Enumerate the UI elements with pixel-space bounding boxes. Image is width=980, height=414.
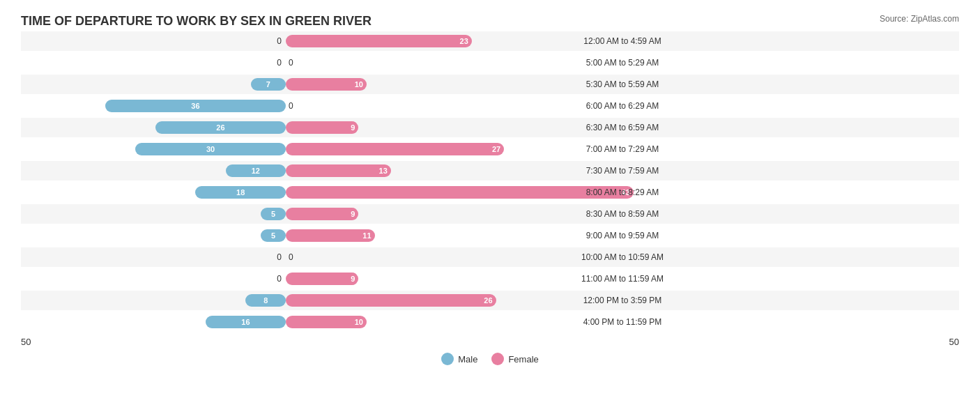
time-label: 11:00 AM to 11:59 AM	[286, 274, 959, 284]
source-label: Source: ZipAtlas.com	[880, 14, 959, 24]
female-bar: 43	[286, 186, 634, 199]
table-row: 005:00 AM to 5:29 AM	[21, 53, 959, 72]
legend-male-box	[441, 353, 454, 365]
female-value-inside: 23	[457, 37, 472, 45]
male-value-zero: 0	[277, 252, 282, 262]
female-value-inside: 27	[489, 145, 504, 153]
legend-male: Male	[441, 353, 477, 365]
female-value-inside: 26	[480, 296, 496, 305]
female-bar: 27	[286, 143, 504, 155]
male-value-inside: 5	[268, 210, 279, 218]
male-bar: 5	[261, 208, 286, 220]
table-row: 164:00 PM to 11:59 PM10	[21, 312, 959, 332]
female-bar: 26	[286, 294, 496, 307]
male-bar-container: 8	[21, 291, 286, 310]
table-row: 011:00 AM to 11:59 AM9	[21, 269, 959, 289]
male-value-zero: 0	[277, 274, 282, 284]
female-bar: 11	[286, 229, 375, 242]
female-bar: 9	[286, 208, 358, 220]
time-label: 9:00 AM to 9:59 AM	[286, 231, 959, 240]
table-row: 266:30 AM to 6:59 AM9	[21, 118, 959, 137]
female-value-inside: 13	[376, 167, 391, 175]
female-bar-container: 05:00 AM to 5:29 AM	[286, 53, 959, 72]
time-label: 5:30 AM to 5:59 AM	[286, 79, 959, 89]
female-bar-container: 9:00 AM to 9:59 AM11	[286, 226, 959, 245]
female-bar-container: 4:00 PM to 11:59 PM10	[286, 312, 959, 332]
female-bar: 9	[286, 273, 358, 285]
male-bar: 18	[195, 186, 286, 199]
male-bar: 5	[261, 229, 286, 242]
time-label: 5:00 AM to 5:29 AM	[286, 58, 959, 68]
male-bar-container: 5	[21, 204, 286, 224]
table-row: 75:30 AM to 5:59 AM10	[21, 75, 959, 94]
legend-male-label: Male	[458, 354, 477, 365]
female-value-zero: 0	[289, 101, 293, 111]
female-bar-container: 11:00 AM to 11:59 AM9	[286, 269, 959, 289]
female-value-inside: 9	[347, 123, 358, 132]
male-bar-container: 18	[21, 183, 286, 202]
time-label: 4:00 PM to 11:59 PM	[286, 317, 959, 327]
female-value-zero: 0	[289, 252, 293, 262]
male-bar-container: 26	[21, 118, 286, 137]
female-bar-container: 6:30 AM to 6:59 AM9	[286, 118, 959, 137]
legend-female: Female	[491, 353, 538, 365]
time-label: 6:30 AM to 6:59 AM	[286, 123, 959, 132]
male-value-inside: 26	[213, 123, 228, 132]
male-value-zero: 0	[277, 58, 282, 68]
female-bar: 13	[286, 164, 391, 177]
bars-container: 012:00 AM to 4:59 AM23005:00 AM to 5:29 …	[21, 31, 959, 334]
time-label: 6:00 AM to 6:29 AM	[286, 101, 959, 111]
male-bar-container: 7	[21, 75, 286, 94]
female-bar: 10	[286, 316, 367, 328]
male-value-inside: 7	[263, 80, 274, 89]
time-label: 8:30 AM to 8:59 AM	[286, 209, 959, 219]
table-row: 3606:00 AM to 6:29 AM	[21, 96, 959, 116]
female-bar-container: 5:30 AM to 5:59 AM10	[286, 75, 959, 94]
female-bar-container: 8:30 AM to 8:59 AM9	[286, 204, 959, 224]
male-bar-container: 0	[21, 269, 286, 289]
female-bar-container: 7:00 AM to 7:29 AM27	[286, 139, 959, 159]
female-value-inside: 9	[347, 210, 358, 218]
female-value-inside: 10	[351, 80, 367, 89]
male-bar-container: 12	[21, 161, 286, 181]
chart-area: 012:00 AM to 4:59 AM23005:00 AM to 5:29 …	[21, 31, 959, 347]
female-bar: 23	[286, 35, 472, 47]
table-row: 307:00 AM to 7:29 AM27	[21, 139, 959, 159]
table-row: 0010:00 AM to 10:59 AM	[21, 247, 959, 267]
male-bar-container: 0	[21, 53, 286, 72]
male-bar: 26	[155, 121, 286, 134]
table-row: 58:30 AM to 8:59 AM9	[21, 204, 959, 224]
male-bar-container: 30	[21, 139, 286, 159]
female-bar-container: 010:00 AM to 10:59 AM	[286, 247, 959, 267]
male-bar: 12	[226, 164, 286, 177]
table-row: 127:30 AM to 7:59 AM13	[21, 161, 959, 181]
male-bar-container: 36	[21, 96, 286, 116]
time-label: 10:00 AM to 10:59 AM	[286, 252, 959, 262]
legend-female-box	[491, 353, 504, 365]
female-value-inside: 9	[347, 275, 358, 283]
legend: Male Female	[21, 353, 959, 365]
female-bar: 9	[286, 121, 358, 134]
chart-title: TIME OF DEPARTURE TO WORK BY SEX IN GREE…	[21, 14, 372, 29]
male-value-inside: 36	[187, 102, 203, 110]
male-value-inside: 12	[248, 167, 263, 175]
male-value-zero: 0	[277, 36, 282, 46]
male-bar-container: 5	[21, 226, 286, 245]
male-bar-container: 0	[21, 31, 286, 51]
legend-female-label: Female	[508, 354, 538, 365]
male-bar: 30	[135, 143, 286, 155]
chart-wrapper: TIME OF DEPARTURE TO WORK BY SEX IN GREE…	[21, 14, 959, 365]
male-value-inside: 30	[203, 145, 218, 153]
female-bar-container: 12:00 PM to 3:59 PM26	[286, 291, 959, 310]
male-bar: 7	[251, 78, 286, 91]
female-bar-container: 12:00 AM to 4:59 AM23	[286, 31, 959, 51]
table-row: 012:00 AM to 4:59 AM23	[21, 31, 959, 51]
female-value-zero: 0	[289, 58, 293, 68]
male-value-inside: 16	[238, 318, 253, 326]
female-bar-container: 06:00 AM to 6:29 AM	[286, 96, 959, 116]
male-bar-container: 0	[21, 247, 286, 267]
male-value-inside: 8	[260, 296, 271, 305]
male-bar-container: 16	[21, 312, 286, 332]
male-bar: 16	[206, 316, 286, 328]
table-row: 59:00 AM to 9:59 AM11	[21, 226, 959, 245]
